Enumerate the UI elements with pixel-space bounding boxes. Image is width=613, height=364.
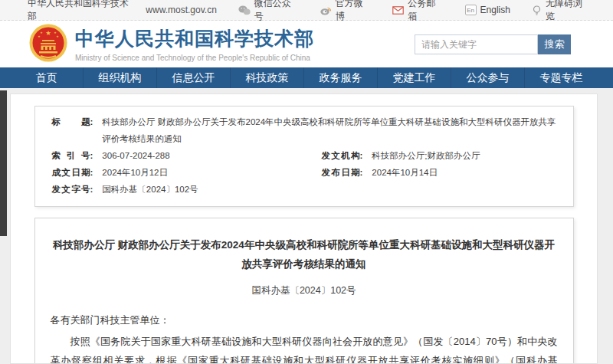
brand[interactable]: ★ ★ ★ ★ ★ 中华人民共和国科学技术部 Ministry o xyxy=(29,24,314,65)
weibo-icon xyxy=(320,5,332,15)
page: 中华人民共和国科学技术部 www.most.gov.cn 微信公众号 xyxy=(0,0,613,364)
primary-nav: 首页 组织机构 信息公开 科技政策 政务服务 党建工作 公众参与 专题专栏 xyxy=(0,67,613,88)
meta-row-dates: 成文日期: 2024年10月12日 发布日期: 2024年10月14日 xyxy=(52,164,558,181)
mail-link[interactable]: 公务邮箱 xyxy=(392,0,443,23)
site-search: 搜索 xyxy=(415,34,571,54)
meta-doc-number-value: 国科办基〔2024〕102号 xyxy=(102,181,198,198)
site-name: 中华人民共和国科学技术部 xyxy=(28,0,135,23)
topbar-left: 中华人民共和国科学技术部 www.most.gov.cn xyxy=(28,0,217,23)
svg-text:★: ★ xyxy=(56,34,59,38)
meta-publish-date-label: 发布日期 xyxy=(322,164,360,181)
document-title: 科技部办公厅 财政部办公厅关于发布2024年中央级高校和科研院所等单位重大科研基… xyxy=(51,235,557,274)
document-number: 国科办基〔2024〕102号 xyxy=(51,284,558,297)
nav-item-public-participation[interactable]: 公众参与 xyxy=(451,67,524,88)
wechat-label: 微信公众号 xyxy=(254,0,299,23)
meta-publish-date-value: 2024年10月14日 xyxy=(372,164,438,181)
weibo-link[interactable]: 官方微博 xyxy=(320,0,371,23)
meta-index-value: 306-07-2024-288 xyxy=(102,147,169,164)
ministry-title: 中华人民共和国科学技术部 xyxy=(75,26,314,51)
brand-text: 中华人民共和国科学技术部 Ministry of Science and Tec… xyxy=(75,26,314,62)
nav-item-special-topics[interactable]: 专题专栏 xyxy=(524,67,598,88)
top-utility-bar: 中华人民共和国科学技术部 www.most.gov.cn 微信公众号 xyxy=(0,0,613,21)
document-paragraph: 按照《国务院关于国家重大科研基础设施和大型科研仪器向社会开放的意见》（国发〔20… xyxy=(51,332,558,364)
meta-index-label: 索引号 xyxy=(52,147,90,164)
nav-item-home[interactable]: 首页 xyxy=(10,67,83,88)
search-button[interactable]: 搜索 xyxy=(538,34,571,54)
document-salutation: 各有关部门科技主管单位： xyxy=(51,310,558,330)
accessibility-label: 无障碍浏览 xyxy=(546,0,590,23)
svg-text:★: ★ xyxy=(45,29,51,37)
wechat-icon xyxy=(238,5,251,15)
masthead: ★ ★ ★ ★ ★ 中华人民共和国科学技术部 Ministry o xyxy=(0,21,613,67)
accessibility-icon xyxy=(532,5,542,15)
meta-issuer-value: 科技部办公厅;财政部办公厅 xyxy=(372,147,480,164)
english-icon: En xyxy=(465,5,477,15)
nav-item-gov-services[interactable]: 政务服务 xyxy=(303,67,377,88)
meta-title-label: 标题 xyxy=(52,113,90,147)
svg-text:★: ★ xyxy=(40,31,43,34)
svg-text:★: ★ xyxy=(54,31,57,34)
main-area: 标题: 科技部办公厅 财政部办公厅关于发布2024年中央级高校和科研院所等单位重… xyxy=(0,88,613,364)
svg-text:★: ★ xyxy=(38,34,41,38)
left-edge-artifact xyxy=(0,90,7,236)
document-body-box: 科技部办公厅 财政部办公厅关于发布2024年中央级高校和科研院所等单位重大科研基… xyxy=(34,218,574,364)
english-link[interactable]: En English xyxy=(465,5,510,15)
meta-title-value: 科技部办公厅 财政部办公厅关于发布2024年中央级高校和科研院所等单位重大科研基… xyxy=(102,113,557,147)
weibo-label: 官方微博 xyxy=(336,0,371,23)
mail-icon xyxy=(392,6,404,15)
meta-row-title: 标题: 科技部办公厅 财政部办公厅关于发布2024年中央级高校和科研院所等单位重… xyxy=(52,113,558,147)
search-input[interactable] xyxy=(415,34,538,54)
ministry-subtitle: Ministry of Science and Technology of th… xyxy=(75,54,314,62)
meta-doc-number-label: 发文字号 xyxy=(52,181,90,198)
meta-written-date-value: 2024年10月12日 xyxy=(102,164,168,181)
nav-item-party-building[interactable]: 党建工作 xyxy=(377,67,451,88)
content-card: 标题: 科技部办公厅 财政部办公厅关于发布2024年中央级高校和科研院所等单位重… xyxy=(10,93,598,364)
meta-written-date-label: 成文日期 xyxy=(52,164,90,181)
mail-label: 公务邮箱 xyxy=(408,0,443,23)
accessibility-link[interactable]: 无障碍浏览 xyxy=(532,0,590,23)
wechat-link[interactable]: 微信公众号 xyxy=(238,0,299,23)
meta-row-index-issuer: 索引号: 306-07-2024-288 发文机构: 科技部办公厅;财政部办公厅 xyxy=(52,147,558,164)
document-metadata-box: 标题: 科技部办公厅 财政部办公厅关于发布2024年中央级高校和科研院所等单位重… xyxy=(34,106,574,207)
english-label: English xyxy=(480,5,510,15)
nav-item-info-disclosure[interactable]: 信息公开 xyxy=(156,67,230,88)
site-url-link[interactable]: www.most.gov.cn xyxy=(146,5,216,15)
meta-issuer-label: 发文机构 xyxy=(322,147,360,164)
topbar-links: 微信公众号 官方微博 xyxy=(217,0,590,23)
meta-row-doc-number: 发文字号: 国科办基〔2024〕102号 xyxy=(52,181,558,198)
nav-item-organization[interactable]: 组织机构 xyxy=(83,67,156,88)
national-emblem-icon: ★ ★ ★ ★ ★ xyxy=(29,24,67,65)
nav-item-sci-tech-policy[interactable]: 科技政策 xyxy=(230,67,303,88)
